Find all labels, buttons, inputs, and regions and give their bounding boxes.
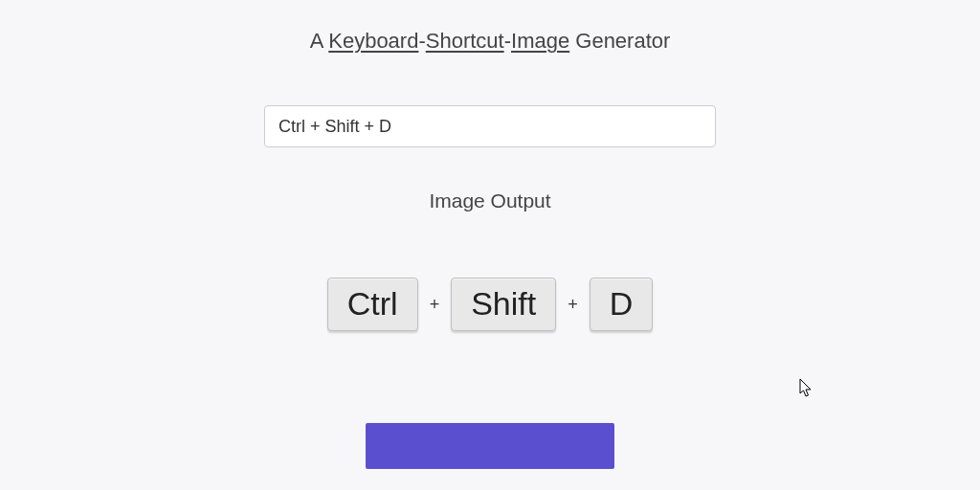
keycap-ctrl: Ctrl (327, 278, 418, 331)
subtitle-sep1: - (418, 29, 425, 53)
subtitle-sep2: - (504, 29, 511, 53)
subtitle-word-shortcut: Shortcut (426, 29, 504, 53)
primary-action-button[interactable] (366, 423, 614, 469)
subtitle-suffix: Generator (569, 29, 670, 53)
keycap-shift: Shift (451, 278, 556, 331)
subtitle-prefix: A (310, 29, 329, 53)
shortcut-input[interactable] (264, 105, 716, 147)
keycap-d: D (590, 278, 654, 331)
plus-separator: + (564, 295, 582, 315)
subtitle-word-image: Image (511, 29, 569, 53)
plus-separator: + (426, 295, 444, 315)
key-output-row: Ctrl + Shift + D (327, 278, 654, 331)
subtitle-text: A Keyboard-Shortcut-Image Generator (310, 29, 671, 54)
output-label: Image Output (429, 189, 550, 212)
subtitle-word-keyboard: Keyboard (328, 29, 418, 53)
